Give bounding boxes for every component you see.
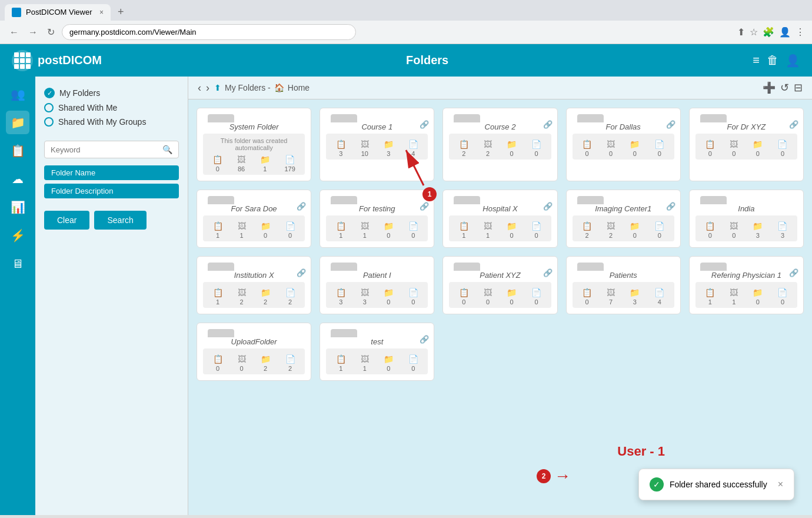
browser-chrome: PostDICOM Viewer × + ← → ↻ ⬆ ☆ 🧩 👤 ⋮ [0,0,812,44]
profile-icon[interactable]: 👤 [779,26,791,38]
tab-close-btn[interactable]: × [99,8,104,16]
address-input[interactable] [62,24,356,40]
content-actions: ➕ ↺ ⊟ [763,81,803,94]
user-label: User - 1 [617,444,665,459]
logo-grid [14,52,31,69]
folder-name-8: Imaging Center1 [573,204,674,213]
folder-stats-9: 📋0🖼0📁3📄3 [698,221,795,239]
folder-name-0: System Folder [203,122,305,131]
action-buttons: Clear Search [44,211,179,230]
breadcrumb-icon: ⬆ [214,83,221,92]
menu-icon[interactable]: ⋮ [796,26,805,38]
view-toggle-btn[interactable]: ⊟ [794,81,803,94]
shared-with-groups-radio [44,117,54,127]
folder-card-4[interactable]: 🔗For Dr XYZ📋0🖼0📁0📄0 [689,108,804,181]
share-icon-10: 🔗 [297,268,306,277]
trash-btn[interactable]: 🗑 [767,54,778,67]
annotation-1: 1 [422,187,437,201]
folder-card-2[interactable]: 🔗Course 2📋2🖼2📁0📄0 [442,108,557,181]
folder-card-16[interactable]: 🔗test📋1🖼1📁0📄0 [320,323,434,381]
search-button[interactable]: Search [94,211,146,230]
folder-name-14: Refering Physician 1 [695,271,797,280]
sidebar-users-icon[interactable]: 👥 [6,82,29,106]
folder-card-3[interactable]: 🔗For Dallas📋0🖼0📁0📄0 [566,108,681,181]
share-icon-2: 🔗 [543,120,553,129]
folder-card-6[interactable]: 🔗For testing📋1🖼1📁0📄0 [320,190,434,248]
list-view-btn[interactable]: ≡ [753,54,760,67]
browser-actions: ⬆ ☆ 🧩 👤 ⋮ [737,26,805,38]
share-icon-3: 🔗 [666,120,675,129]
new-tab-btn[interactable]: + [113,4,129,21]
folder-card-8[interactable]: 🔗Imaging Center1📋2🖼2📁0📄0 [566,190,681,248]
keyword-input[interactable] [51,145,162,154]
folder-name-16: test [326,337,428,346]
sidebar-folders-icon[interactable]: 📁 [6,111,29,134]
back-btn[interactable]: ← [7,25,21,40]
folder-card-12[interactable]: 🔗Patient XYZ📋0🖼0📁0📄0 [442,256,557,314]
forward-btn[interactable]: → [26,25,40,40]
folder-card-1[interactable]: 🔗Course 1📋3🖼10📁3📄4 [320,108,434,181]
folder-stats-1: 📋3🖼10📁3📄4 [328,140,425,157]
share-icon[interactable]: ⬆ [737,26,745,38]
folder-name-6: For testing [326,204,428,213]
sidebar-sync-icon[interactable]: ⚡ [6,224,29,247]
sidebar-analytics-icon[interactable]: 📊 [6,195,29,219]
user-btn[interactable]: 👤 [786,54,800,68]
share-icon-12: 🔗 [543,268,553,277]
folder-name-1: Course 1 [326,122,428,131]
folder-stats-11: 📋3🖼3📁0📄0 [328,288,425,306]
nav-item-my-folders[interactable]: ✓ My Folders [44,85,179,101]
folder-card-11[interactable]: Patient I📋3🖼3📁0📄0 [320,256,434,314]
toast-close-btn[interactable]: × [778,479,783,490]
sidebar-reports-icon[interactable]: 📋 [6,139,29,162]
sidebar-upload-icon[interactable]: ☁ [6,167,29,191]
home-icon: 🏠 [274,83,284,92]
clear-button[interactable]: Clear [44,211,89,230]
app-logo: postDICOM [12,50,102,71]
folder-name-5: For Sara Doe [203,204,305,213]
app: postDICOM Folders ≡ 🗑 👤 👥 📁 📋 ☁ 📊 ⚡ 🖥 ✓ … [0,44,812,515]
folder-card-15[interactable]: UploadFolder📋0🖼0📁2📄2 [197,323,311,381]
bookmark-icon[interactable]: ☆ [750,26,758,38]
back-nav-btn[interactable]: ‹ [198,82,201,94]
folder-card-14[interactable]: 🔗Refering Physician 1📋1🖼1📁0📄0 [689,256,804,314]
tab-bar: PostDICOM Viewer × + [0,0,812,21]
nav-item-shared-with-groups[interactable]: Shared With My Groups [44,115,179,129]
add-folder-btn[interactable]: ➕ [763,81,776,94]
browser-tab[interactable]: PostDICOM Viewer × [5,4,111,21]
folder-card-9[interactable]: India📋0🖼0📁3📄3 [689,190,804,248]
folder-card-7[interactable]: 🔗Hospital X📋1🖼1📁0📄0 [442,190,557,248]
folder-card-5[interactable]: 🔗For Sara Doe📋1🖼1📁0📄0 [197,190,311,248]
annotation-1-circle: 1 [422,187,437,201]
nav-item-shared-with-me[interactable]: Shared With Me [44,101,179,115]
my-folders-check: ✓ [44,88,55,98]
folder-stats-10: 📋1🖼2📁2📄2 [205,288,302,306]
share-icon-7: 🔗 [543,202,553,211]
logo-text: postDICOM [38,54,102,67]
folder-card-0[interactable]: System FolderThis folder was created aut… [197,108,311,181]
folder-stats-5: 📋1🖼1📁0📄0 [205,221,302,239]
folder-desc-filter[interactable]: Folder Description [44,184,179,198]
folder-name-filter[interactable]: Folder Name [44,165,179,180]
content-header: ‹ › ⬆ My Folders - 🏠 Home ➕ ↺ ⊟ [188,77,812,99]
my-folders-label: My Folders [59,88,100,98]
toast-notification: ✓ Folder shared successfully × [638,469,794,500]
reload-btn[interactable]: ↻ [45,24,57,40]
extensions-icon[interactable]: 🧩 [763,26,774,38]
folder-card-10[interactable]: 🔗Institution X📋1🖼2📁2📄2 [197,256,311,314]
folder-name-15: UploadFolder [203,337,305,346]
share-icon-16: 🔗 [420,335,429,344]
home-label[interactable]: Home [288,83,310,92]
folder-stats-12: 📋0🖼0📁0📄0 [451,288,548,306]
folder-stats-6: 📋1🖼1📁0📄0 [328,221,425,239]
fwd-nav-btn[interactable]: › [206,82,209,94]
search-icon[interactable]: 🔍 [162,145,172,154]
folder-name-9: India [695,204,797,213]
refresh-btn[interactable]: ↺ [780,81,789,94]
folder-name-13: Patients [573,271,674,280]
sidebar: 👥 📁 📋 ☁ 📊 ⚡ 🖥 [0,77,35,515]
sidebar-monitor-icon[interactable]: 🖥 [6,252,29,275]
app-title: Folders [102,54,753,67]
folder-card-13[interactable]: Patients📋0🖼7📁3📄4 [566,256,681,314]
folder-stats-14: 📋1🖼1📁0📄0 [698,288,795,306]
